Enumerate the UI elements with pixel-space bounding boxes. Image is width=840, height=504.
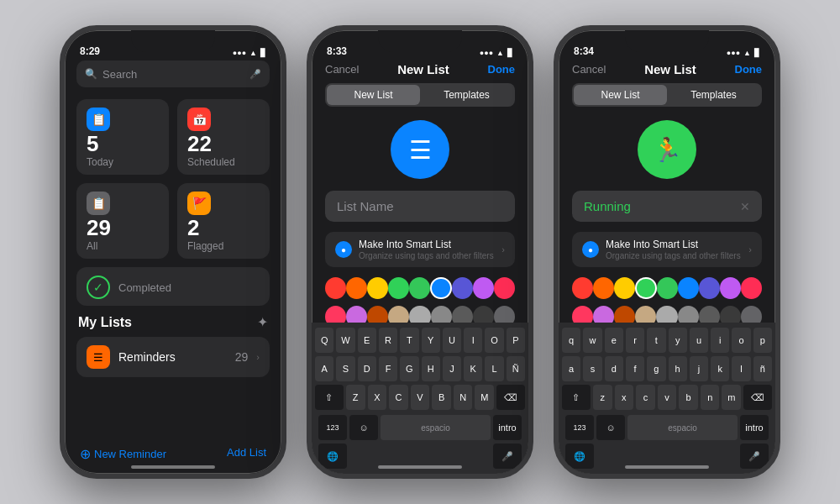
- add-list-button[interactable]: Add List: [227, 446, 266, 462]
- expand-icon[interactable]: ✦: [257, 314, 268, 330]
- key-x[interactable]: X: [368, 385, 387, 410]
- numbers-key[interactable]: 123: [318, 415, 347, 440]
- shift-key-3[interactable]: ⇧: [562, 385, 591, 410]
- color-orange-3[interactable]: [593, 277, 614, 299]
- key-i[interactable]: I: [464, 328, 482, 353]
- key-l[interactable]: L: [485, 356, 503, 381]
- color-green2[interactable]: [409, 277, 430, 299]
- key-i3[interactable]: i: [711, 328, 729, 353]
- mic-key-3[interactable]: 🎤: [740, 444, 769, 469]
- mic-key[interactable]: 🎤: [493, 444, 522, 469]
- key-v3[interactable]: v: [658, 385, 677, 410]
- key-r3[interactable]: r: [626, 328, 644, 353]
- key-o[interactable]: O: [485, 328, 503, 353]
- color-red-3[interactable]: [572, 277, 593, 299]
- color-green1[interactable]: [388, 277, 409, 299]
- done-button-2[interactable]: Done: [488, 63, 516, 76]
- color-indigo[interactable]: [452, 277, 473, 299]
- key-k[interactable]: K: [464, 356, 482, 381]
- today-card[interactable]: 📋 5 Today: [76, 99, 169, 175]
- smart-list-toggle-3[interactable]: ●: [582, 241, 599, 258]
- list-name-input-3[interactable]: Running ✕: [572, 191, 762, 222]
- numbers-key-3[interactable]: 123: [565, 415, 594, 440]
- all-card[interactable]: 📋 29 All: [76, 183, 169, 259]
- new-reminder-button[interactable]: ⊕ New Reminder: [80, 446, 166, 462]
- key-q[interactable]: Q: [315, 328, 333, 353]
- key-m3[interactable]: m: [722, 385, 741, 410]
- globe-key[interactable]: 🌐: [318, 444, 347, 469]
- key-f3[interactable]: f: [626, 356, 644, 381]
- cancel-button-2[interactable]: Cancel: [325, 63, 359, 76]
- key-g[interactable]: G: [400, 356, 418, 381]
- key-y3[interactable]: y: [669, 328, 687, 353]
- color-purple-3[interactable]: [720, 277, 741, 299]
- completed-card[interactable]: ✓ Completed: [76, 267, 270, 306]
- key-z[interactable]: Z: [346, 385, 365, 410]
- key-j3[interactable]: j: [690, 356, 708, 381]
- key-a[interactable]: A: [315, 356, 333, 381]
- key-b3[interactable]: b: [679, 385, 698, 410]
- return-key[interactable]: intro: [493, 415, 522, 440]
- key-j[interactable]: J: [443, 356, 461, 381]
- key-r[interactable]: R: [379, 328, 397, 353]
- emoji-key-3[interactable]: ☺: [596, 415, 625, 440]
- cancel-button-3[interactable]: Cancel: [572, 63, 606, 76]
- key-z3[interactable]: z: [593, 385, 612, 410]
- key-f[interactable]: F: [379, 356, 397, 381]
- key-l3[interactable]: l: [732, 356, 750, 381]
- done-button-3[interactable]: Done: [735, 63, 763, 76]
- list-big-icon-3[interactable]: 🏃: [638, 120, 696, 179]
- key-d[interactable]: D: [358, 356, 376, 381]
- key-c[interactable]: C: [389, 385, 408, 410]
- smart-list-row-3[interactable]: ● Make Into Smart List Organize using ta…: [572, 232, 762, 267]
- color-blue[interactable]: [430, 277, 451, 299]
- space-key-3[interactable]: espacio: [627, 415, 738, 440]
- key-x3[interactable]: x: [615, 385, 634, 410]
- color-purple[interactable]: [473, 277, 494, 299]
- globe-key-3[interactable]: 🌐: [565, 444, 594, 469]
- key-n-tilde3[interactable]: ñ: [753, 356, 772, 381]
- color-indigo-3[interactable]: [699, 277, 720, 299]
- smart-list-row-2[interactable]: ● Make Into Smart List Organize using ta…: [325, 232, 515, 267]
- key-q3[interactable]: q: [562, 328, 580, 353]
- color-orange[interactable]: [346, 277, 367, 299]
- color-yellow-3[interactable]: [614, 277, 635, 299]
- color-yellow[interactable]: [367, 277, 388, 299]
- return-key-3[interactable]: intro: [740, 415, 769, 440]
- clear-icon[interactable]: ✕: [740, 200, 750, 213]
- key-h[interactable]: H: [422, 356, 440, 381]
- smart-list-toggle-2[interactable]: ●: [335, 241, 352, 258]
- key-t[interactable]: T: [400, 328, 418, 353]
- key-m[interactable]: M: [475, 385, 494, 410]
- backspace-key-3[interactable]: ⌫: [743, 385, 772, 410]
- key-h3[interactable]: h: [669, 356, 687, 381]
- key-y[interactable]: Y: [422, 328, 440, 353]
- flagged-card[interactable]: 🚩 2 Flagged: [177, 183, 270, 259]
- segment-new-list-3[interactable]: New List: [574, 85, 667, 105]
- reminders-list-item[interactable]: ☰ Reminders 29 ›: [76, 337, 270, 377]
- color-blue-3[interactable]: [678, 277, 699, 299]
- scheduled-card[interactable]: 📅 22 Scheduled: [177, 99, 270, 175]
- emoji-key[interactable]: ☺: [349, 415, 378, 440]
- key-n[interactable]: N: [454, 385, 473, 410]
- key-p3[interactable]: p: [753, 328, 772, 353]
- color-pink[interactable]: [494, 277, 515, 299]
- key-e3[interactable]: e: [605, 328, 623, 353]
- key-u3[interactable]: u: [690, 328, 708, 353]
- key-s3[interactable]: s: [583, 356, 601, 381]
- search-bar[interactable]: 🔍 Search 🎤: [76, 60, 270, 87]
- key-s[interactable]: S: [336, 356, 354, 381]
- color-green2-3[interactable]: [657, 277, 678, 299]
- color-red[interactable]: [325, 277, 346, 299]
- key-g3[interactable]: g: [647, 356, 665, 381]
- key-w[interactable]: W: [336, 328, 354, 353]
- segment-new-list-2[interactable]: New List: [327, 85, 420, 105]
- color-pink-3[interactable]: [741, 277, 762, 299]
- key-n-tilde[interactable]: Ñ: [507, 356, 525, 381]
- shift-key[interactable]: ⇧: [315, 385, 344, 410]
- list-big-icon-2[interactable]: ☰: [391, 120, 449, 179]
- segment-templates-3[interactable]: Templates: [667, 85, 760, 105]
- key-n3[interactable]: n: [701, 385, 720, 410]
- key-d3[interactable]: d: [605, 356, 623, 381]
- key-p[interactable]: P: [507, 328, 525, 353]
